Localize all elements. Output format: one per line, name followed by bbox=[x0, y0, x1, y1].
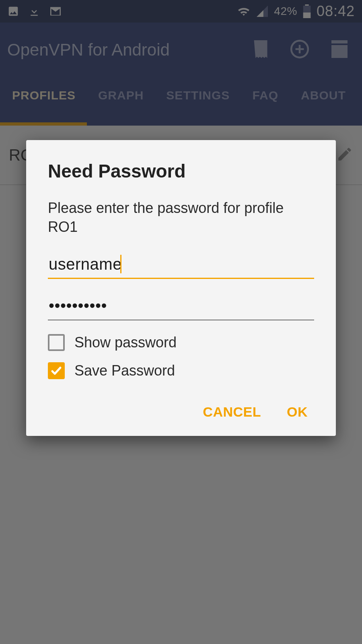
dialog-actions: CANCEL OK bbox=[48, 390, 314, 424]
checkbox-checked-icon[interactable] bbox=[48, 362, 65, 379]
tab-graph[interactable]: GRAPH bbox=[87, 77, 155, 126]
tab-bar: PROFILES GRAPH SETTINGS FAQ ABOUT bbox=[0, 77, 362, 126]
password-dialog: Need Password Please enter the password … bbox=[26, 140, 336, 436]
tab-label: GRAPH bbox=[98, 89, 144, 102]
log-icon[interactable] bbox=[252, 39, 269, 61]
password-field-wrapper bbox=[48, 293, 314, 320]
show-password-row[interactable]: Show password bbox=[48, 334, 314, 351]
add-icon[interactable] bbox=[290, 39, 310, 61]
checkbox-unchecked-icon[interactable] bbox=[48, 334, 65, 351]
save-password-row[interactable]: Save Password bbox=[48, 362, 314, 379]
status-bar: 42% 08:42 bbox=[0, 0, 362, 23]
mail-icon bbox=[49, 6, 62, 17]
field-underline bbox=[48, 320, 314, 320]
import-icon[interactable] bbox=[330, 40, 349, 60]
cellular-signal-icon bbox=[256, 6, 268, 17]
download-icon bbox=[28, 5, 40, 17]
battery-percentage: 42% bbox=[274, 5, 297, 18]
edit-icon[interactable] bbox=[336, 146, 353, 164]
tab-label: FAQ bbox=[252, 89, 278, 102]
username-field-wrapper bbox=[48, 251, 314, 279]
app-bar: OpenVPN for Android bbox=[0, 23, 362, 77]
show-password-label: Show password bbox=[74, 334, 177, 351]
svg-rect-0 bbox=[305, 4, 309, 6]
tab-settings[interactable]: SETTINGS bbox=[155, 77, 241, 126]
ok-button[interactable]: OK bbox=[287, 404, 308, 420]
tab-about[interactable]: ABOUT bbox=[290, 77, 349, 126]
tab-profiles[interactable]: PROFILES bbox=[0, 77, 87, 126]
wifi-icon bbox=[237, 6, 251, 17]
app-title: OpenVPN for Android bbox=[7, 40, 252, 60]
dialog-message: Please enter the password for profile RO… bbox=[48, 199, 314, 237]
image-icon bbox=[7, 5, 19, 17]
cancel-button[interactable]: CANCEL bbox=[203, 404, 261, 420]
tab-faq[interactable]: FAQ bbox=[241, 77, 290, 126]
username-field[interactable] bbox=[48, 251, 314, 279]
text-caret bbox=[120, 255, 121, 273]
tab-label: ABOUT bbox=[301, 89, 346, 102]
field-underline bbox=[48, 278, 314, 279]
svg-rect-2 bbox=[303, 12, 311, 18]
dialog-title: Need Password bbox=[48, 160, 314, 182]
tab-label: PROFILES bbox=[12, 89, 76, 102]
battery-icon bbox=[303, 4, 311, 18]
save-password-label: Save Password bbox=[74, 362, 175, 379]
tab-label: SETTINGS bbox=[166, 89, 230, 102]
clock: 08:42 bbox=[317, 3, 355, 20]
password-field[interactable] bbox=[48, 293, 314, 320]
